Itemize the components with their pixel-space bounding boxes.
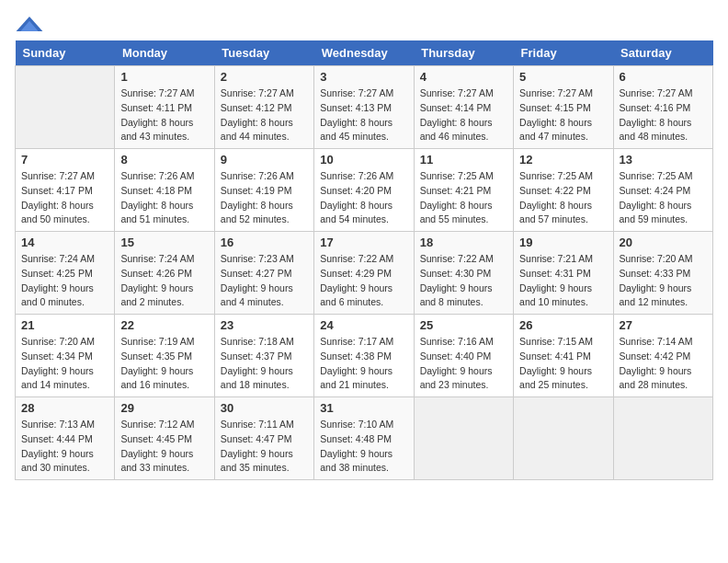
day-cell: 29Sunrise: 7:12 AMSunset: 4:45 PMDayligh… xyxy=(115,397,214,480)
header-cell-tuesday: Tuesday xyxy=(214,40,313,66)
day-info: Sunrise: 7:25 AMSunset: 4:21 PMDaylight:… xyxy=(420,169,507,227)
day-number: 29 xyxy=(120,401,208,415)
header-cell-saturday: Saturday xyxy=(613,40,712,66)
day-info: Sunrise: 7:22 AMSunset: 4:29 PMDaylight:… xyxy=(320,252,407,310)
day-info: Sunrise: 7:27 AMSunset: 4:16 PMDaylight:… xyxy=(620,86,707,144)
day-cell: 18Sunrise: 7:22 AMSunset: 4:30 PMDayligh… xyxy=(414,232,513,315)
day-info: Sunrise: 7:26 AMSunset: 4:18 PMDaylight:… xyxy=(120,169,208,227)
day-cell: 27Sunrise: 7:14 AMSunset: 4:42 PMDayligh… xyxy=(613,315,712,397)
day-cell: 14Sunrise: 7:24 AMSunset: 4:25 PMDayligh… xyxy=(16,232,115,315)
day-info: Sunrise: 7:13 AMSunset: 4:44 PMDaylight:… xyxy=(21,418,108,476)
day-info: Sunrise: 7:10 AMSunset: 4:48 PMDaylight:… xyxy=(320,418,407,476)
day-number: 21 xyxy=(21,318,108,332)
day-info: Sunrise: 7:26 AMSunset: 4:20 PMDaylight:… xyxy=(320,169,407,227)
day-number: 11 xyxy=(420,153,507,167)
day-number: 4 xyxy=(420,70,507,84)
day-number: 28 xyxy=(21,401,108,415)
day-info: Sunrise: 7:23 AMSunset: 4:27 PMDaylight:… xyxy=(221,252,308,310)
day-info: Sunrise: 7:25 AMSunset: 4:24 PMDaylight:… xyxy=(620,169,707,227)
day-number: 24 xyxy=(320,318,407,332)
day-number: 6 xyxy=(620,70,707,84)
logo xyxy=(15,15,53,33)
header-cell-friday: Friday xyxy=(514,40,613,66)
header-cell-thursday: Thursday xyxy=(414,40,513,66)
header xyxy=(15,15,713,33)
day-info: Sunrise: 7:19 AMSunset: 4:35 PMDaylight:… xyxy=(120,335,208,393)
day-cell: 2Sunrise: 7:27 AMSunset: 4:12 PMDaylight… xyxy=(214,66,313,149)
day-number: 20 xyxy=(620,236,707,249)
header-cell-wednesday: Wednesday xyxy=(314,40,414,66)
week-row-5: 28Sunrise: 7:13 AMSunset: 4:44 PMDayligh… xyxy=(16,397,713,480)
header-cell-sunday: Sunday xyxy=(16,40,115,66)
week-row-2: 7Sunrise: 7:27 AMSunset: 4:17 PMDaylight… xyxy=(16,149,713,232)
day-cell: 10Sunrise: 7:26 AMSunset: 4:20 PMDayligh… xyxy=(314,149,414,232)
day-number: 14 xyxy=(21,236,108,249)
logo-icon xyxy=(15,15,44,33)
day-info: Sunrise: 7:27 AMSunset: 4:11 PMDaylight:… xyxy=(120,86,208,144)
day-cell: 22Sunrise: 7:19 AMSunset: 4:35 PMDayligh… xyxy=(115,315,214,397)
week-row-4: 21Sunrise: 7:20 AMSunset: 4:34 PMDayligh… xyxy=(16,315,713,397)
day-info: Sunrise: 7:27 AMSunset: 4:15 PMDaylight:… xyxy=(519,86,607,144)
day-info: Sunrise: 7:27 AMSunset: 4:17 PMDaylight:… xyxy=(21,169,108,227)
day-cell: 11Sunrise: 7:25 AMSunset: 4:21 PMDayligh… xyxy=(414,149,513,232)
week-row-3: 14Sunrise: 7:24 AMSunset: 4:25 PMDayligh… xyxy=(16,232,713,315)
day-info: Sunrise: 7:21 AMSunset: 4:31 PMDaylight:… xyxy=(519,252,607,310)
day-number: 13 xyxy=(620,153,707,167)
day-info: Sunrise: 7:17 AMSunset: 4:38 PMDaylight:… xyxy=(320,335,407,393)
day-cell: 24Sunrise: 7:17 AMSunset: 4:38 PMDayligh… xyxy=(314,315,414,397)
day-cell: 28Sunrise: 7:13 AMSunset: 4:44 PMDayligh… xyxy=(16,397,115,480)
day-info: Sunrise: 7:11 AMSunset: 4:47 PMDaylight:… xyxy=(221,418,308,476)
day-number: 18 xyxy=(420,236,507,249)
day-cell: 8Sunrise: 7:26 AMSunset: 4:18 PMDaylight… xyxy=(115,149,214,232)
day-cell: 3Sunrise: 7:27 AMSunset: 4:13 PMDaylight… xyxy=(314,66,414,149)
day-info: Sunrise: 7:26 AMSunset: 4:19 PMDaylight:… xyxy=(221,169,308,227)
day-cell: 12Sunrise: 7:25 AMSunset: 4:22 PMDayligh… xyxy=(514,149,613,232)
day-number: 25 xyxy=(420,318,507,332)
day-info: Sunrise: 7:16 AMSunset: 4:40 PMDaylight:… xyxy=(420,335,507,393)
day-number: 9 xyxy=(221,153,308,167)
day-number: 1 xyxy=(120,70,208,84)
day-cell xyxy=(414,397,513,480)
day-cell xyxy=(514,397,613,480)
day-info: Sunrise: 7:24 AMSunset: 4:26 PMDaylight:… xyxy=(120,252,208,310)
header-cell-monday: Monday xyxy=(115,40,214,66)
day-info: Sunrise: 7:18 AMSunset: 4:37 PMDaylight:… xyxy=(221,335,308,393)
day-info: Sunrise: 7:24 AMSunset: 4:25 PMDaylight:… xyxy=(21,252,108,310)
day-cell xyxy=(613,397,712,480)
day-info: Sunrise: 7:22 AMSunset: 4:30 PMDaylight:… xyxy=(420,252,507,310)
day-info: Sunrise: 7:15 AMSunset: 4:41 PMDaylight:… xyxy=(519,335,607,393)
day-number: 7 xyxy=(21,153,108,167)
day-cell: 17Sunrise: 7:22 AMSunset: 4:29 PMDayligh… xyxy=(314,232,414,315)
day-info: Sunrise: 7:25 AMSunset: 4:22 PMDaylight:… xyxy=(519,169,607,227)
day-number: 8 xyxy=(120,153,208,167)
day-cell: 30Sunrise: 7:11 AMSunset: 4:47 PMDayligh… xyxy=(214,397,313,480)
day-cell: 31Sunrise: 7:10 AMSunset: 4:48 PMDayligh… xyxy=(314,397,414,480)
day-cell: 1Sunrise: 7:27 AMSunset: 4:11 PMDaylight… xyxy=(115,66,214,149)
day-info: Sunrise: 7:27 AMSunset: 4:14 PMDaylight:… xyxy=(420,86,507,144)
day-number: 16 xyxy=(221,236,308,249)
day-cell: 9Sunrise: 7:26 AMSunset: 4:19 PMDaylight… xyxy=(214,149,313,232)
day-cell: 26Sunrise: 7:15 AMSunset: 4:41 PMDayligh… xyxy=(514,315,613,397)
day-cell: 25Sunrise: 7:16 AMSunset: 4:40 PMDayligh… xyxy=(414,315,513,397)
day-number: 27 xyxy=(620,318,707,332)
day-number: 30 xyxy=(221,401,308,415)
day-cell: 5Sunrise: 7:27 AMSunset: 4:15 PMDaylight… xyxy=(514,66,613,149)
day-number: 31 xyxy=(320,401,407,415)
day-number: 15 xyxy=(120,236,208,249)
day-number: 3 xyxy=(320,70,407,84)
day-info: Sunrise: 7:20 AMSunset: 4:34 PMDaylight:… xyxy=(21,335,108,393)
day-cell: 20Sunrise: 7:20 AMSunset: 4:33 PMDayligh… xyxy=(613,232,712,315)
day-info: Sunrise: 7:27 AMSunset: 4:12 PMDaylight:… xyxy=(221,86,308,144)
day-cell: 23Sunrise: 7:18 AMSunset: 4:37 PMDayligh… xyxy=(214,315,313,397)
week-row-1: 1Sunrise: 7:27 AMSunset: 4:11 PMDaylight… xyxy=(16,66,713,149)
day-cell: 16Sunrise: 7:23 AMSunset: 4:27 PMDayligh… xyxy=(214,232,313,315)
day-cell: 19Sunrise: 7:21 AMSunset: 4:31 PMDayligh… xyxy=(514,232,613,315)
day-number: 10 xyxy=(320,153,407,167)
calendar-table: SundayMondayTuesdayWednesdayThursdayFrid… xyxy=(15,40,713,480)
day-cell xyxy=(16,66,115,149)
day-info: Sunrise: 7:14 AMSunset: 4:42 PMDaylight:… xyxy=(620,335,707,393)
day-cell: 4Sunrise: 7:27 AMSunset: 4:14 PMDaylight… xyxy=(414,66,513,149)
day-number: 5 xyxy=(519,70,607,84)
day-info: Sunrise: 7:20 AMSunset: 4:33 PMDaylight:… xyxy=(620,252,707,310)
day-cell: 13Sunrise: 7:25 AMSunset: 4:24 PMDayligh… xyxy=(613,149,712,232)
